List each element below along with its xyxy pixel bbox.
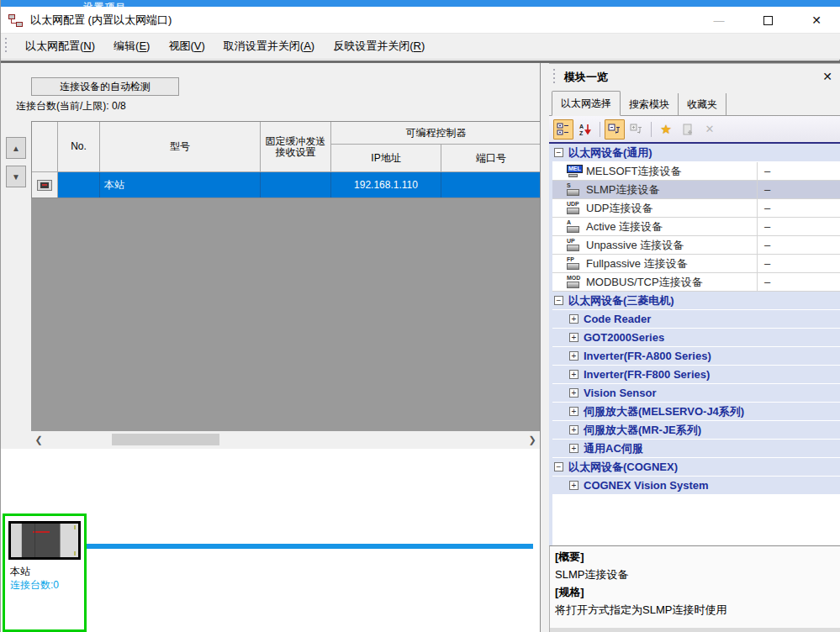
panel-splitter[interactable] (540, 63, 549, 632)
tree-item-label: COGNEX Vision System (584, 479, 709, 492)
expand-box-icon[interactable]: + (569, 444, 578, 453)
spec-text: 将打开方式指定为SLMP连接时使用 (555, 601, 836, 619)
sort-az-icon[interactable]: A Z (575, 119, 595, 140)
tree-item-label: 伺服放大器(MR-JE系列) (584, 423, 701, 438)
tree-item-device[interactable]: UPUnpassive 连接设备– (552, 236, 840, 255)
tree-item-label: Active 连接设备 (586, 219, 663, 234)
auto-detect-button[interactable]: 连接设备的自动检测 (31, 77, 179, 96)
maximize-button[interactable] (743, 7, 792, 34)
expand-box-icon[interactable]: + (569, 370, 578, 379)
tree-view-icon[interactable] (553, 119, 573, 140)
host-station-selected-box[interactable]: 本站 连接台数:0 (3, 514, 87, 632)
tree-item-category[interactable]: +Code Reader (552, 310, 840, 329)
close-button[interactable]: ✕ (792, 7, 840, 34)
move-up-button[interactable]: ▲ (6, 137, 26, 159)
collapse-box-icon[interactable]: − (554, 462, 563, 471)
menu-items: 以太网配置(N)编辑(E)视图(V)取消设置并关闭(A)反映设置并关闭(R) (16, 35, 434, 57)
panel-close-icon[interactable]: ✕ (819, 68, 836, 85)
scroll-left-icon[interactable]: ❮ (31, 434, 46, 445)
expand-box-icon[interactable]: + (569, 351, 578, 361)
tree-item-category[interactable]: +COGNEX Vision System (552, 477, 840, 495)
a-device-icon: A (566, 220, 583, 233)
tree-section-header[interactable]: −以太网设备(三菱电机) (552, 292, 840, 310)
delete-favorite-icon: ✕ (700, 119, 720, 140)
tree-item-label: 通用AC伺服 (584, 441, 643, 456)
tree-item-device[interactable]: SSLMP连接设备– (552, 181, 840, 199)
expand-box-icon[interactable]: + (569, 425, 578, 434)
cell-ip-address[interactable]: 192.168.1.110 (331, 172, 441, 198)
mod-device-icon: MOD (566, 276, 583, 288)
module-list-header: 模块一览 ✕ (549, 66, 840, 88)
tree-item-label: Fullpassive 连接设备 (586, 256, 688, 271)
menu-grip-handle[interactable] (4, 38, 8, 55)
expand-box-icon[interactable]: + (569, 407, 578, 416)
menu-item[interactable]: 反映设置并关闭(R) (324, 35, 434, 57)
table-row-host-station[interactable]: 本站 192.168.1.110 (32, 172, 541, 198)
connection-count-label: 连接台数(当前/上限): 0/8 (16, 99, 126, 113)
tree-section-label: 以太网设备(三菱电机) (568, 293, 674, 308)
tree-section-label: 以太网设备(COGNEX) (568, 460, 678, 475)
tree-item-category[interactable]: +伺服放大器(MR-JE系列) (552, 421, 840, 440)
minimize-button[interactable]: — (695, 7, 743, 34)
tree-item-category[interactable]: +伺服放大器(MELSERVO-J4系列) (552, 403, 840, 421)
menu-item[interactable]: 以太网配置(N) (16, 35, 104, 57)
tree-section-header[interactable]: −以太网设备(通用) (552, 144, 840, 162)
tree-item-device[interactable]: UDPUDP连接设备– (552, 199, 840, 218)
tree-item-value: – (757, 218, 840, 235)
favorite-star-icon[interactable]: ★ (656, 119, 676, 140)
add-favorite-icon (678, 119, 698, 140)
panel-bottom-edge (550, 628, 840, 632)
cell-buffer[interactable] (261, 172, 331, 198)
tree-item-value: – (757, 236, 840, 254)
column-header-plc: 可编程控制器 (331, 122, 541, 145)
toolbar-separator (651, 122, 652, 137)
tab-inactive[interactable]: 收藏夹 (679, 93, 726, 116)
cell-model[interactable]: 本站 (100, 172, 261, 198)
panel-title: 模块一览 (564, 70, 608, 85)
svg-text:Z: Z (579, 130, 584, 136)
tree-item-category[interactable]: +Inverter(FR-F800 Series) (552, 366, 840, 384)
tree-section-header[interactable]: −以太网设备(COGNEX) (552, 458, 840, 477)
tree-item-label: Inverter(FR-F800 Series) (584, 368, 710, 381)
menu-item[interactable]: 编辑(E) (104, 35, 159, 57)
summary-header: [概要] (555, 548, 836, 566)
plc-device-image (8, 521, 81, 560)
panel-grip-handle[interactable] (552, 69, 556, 86)
tree-item-category[interactable]: +通用AC伺服 (552, 440, 840, 458)
tree-item-value: – (757, 181, 840, 198)
tab-inactive[interactable]: 搜索模块 (621, 93, 679, 116)
tree-item-category[interactable]: +Vision Sensor (552, 384, 840, 403)
column-header-no: No. (58, 122, 100, 172)
table-horizontal-scrollbar[interactable]: ❮ ❯ (31, 431, 540, 449)
tree-item-device[interactable]: MELMELSOFT连接设备– (552, 162, 840, 181)
collapse-box-icon[interactable]: − (554, 148, 563, 157)
cell-port[interactable] (441, 172, 541, 198)
tree-item-category[interactable]: +Inverter(FR-A800 Series) (552, 347, 840, 366)
window-controls: — ✕ (695, 7, 840, 34)
tree-item-category[interactable]: +GOT2000Series (552, 329, 840, 347)
s-device-icon: S (566, 183, 583, 196)
tree-item-device[interactable]: AActive 连接设备– (552, 218, 840, 236)
move-down-button[interactable]: ▼ (6, 166, 26, 187)
ethernet-config-window: 设置项目 以太网配置 (内置以太网端口) — ✕ 以太网配置(N)编辑(E)视图… (0, 0, 840, 632)
expand-box-icon[interactable]: + (569, 388, 578, 398)
scrollbar-thumb[interactable] (112, 434, 219, 445)
tree-item-device[interactable]: FPFullpassive 连接设备– (552, 255, 840, 273)
menu-item[interactable]: 取消设置并关闭(A) (214, 35, 324, 57)
cell-no[interactable] (58, 172, 100, 198)
menu-item[interactable]: 视图(V) (159, 35, 214, 57)
background-window-text: 设置项目 (83, 1, 127, 7)
tree-item-device[interactable]: MODMODBUS/TCP连接设备– (552, 273, 840, 292)
collapse-box-icon[interactable]: − (554, 296, 563, 305)
expand-box-icon[interactable]: + (569, 481, 578, 490)
tree-item-label: Vision Sensor (584, 387, 656, 399)
expand-box-icon[interactable]: + (569, 333, 578, 342)
tree-section-label: 以太网设备(通用) (568, 145, 652, 161)
collapse-all-icon[interactable] (605, 119, 625, 140)
tab-active[interactable]: 以太网选择 (552, 91, 621, 116)
expand-box-icon[interactable]: + (569, 314, 578, 324)
scroll-right-icon[interactable]: ❯ (525, 434, 540, 445)
connection-table: No. 型号 固定缓冲发送 接收设置 可编程控制器 IP地址 端口号 本站 19… (31, 121, 540, 198)
tree-item-label: Unpassive 连接设备 (586, 238, 684, 253)
tree-item-value: – (757, 162, 840, 180)
